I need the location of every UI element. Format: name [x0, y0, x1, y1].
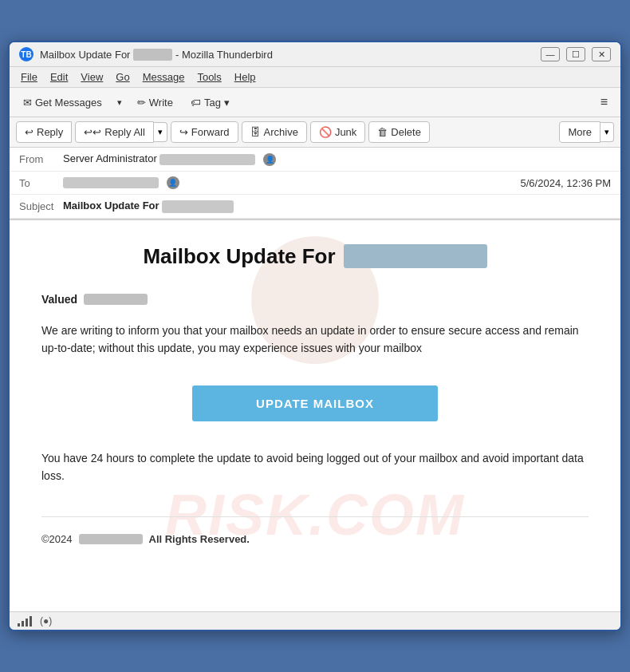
signal-icon: [18, 615, 33, 627]
menu-message[interactable]: Message: [138, 69, 190, 85]
reply-group: ↩ Reply: [16, 121, 72, 143]
forward-icon: ↪: [179, 126, 188, 138]
minimize-button[interactable]: —: [541, 47, 560, 61]
to-row: To 👤 5/6/2024, 12:36 PM: [10, 172, 620, 196]
menu-bar: File Edit View Go Message Tools Help: [10, 67, 620, 88]
from-row: From Server Administrator 👤: [10, 148, 620, 172]
junk-button[interactable]: 🚫 Junk: [310, 121, 365, 143]
tag-button[interactable]: 🏷 Tag ▾: [183, 93, 237, 113]
cta-wrapper: UPDATE MAILBOX: [41, 385, 589, 421]
maximize-button[interactable]: ☐: [566, 47, 585, 61]
more-dropdown[interactable]: ▾: [600, 122, 614, 142]
status-bar: (●): [10, 611, 620, 630]
menu-help[interactable]: Help: [230, 69, 261, 85]
to-email-blurred: [63, 177, 159, 188]
menu-go[interactable]: Go: [111, 69, 134, 85]
email-header: From Server Administrator 👤 To 👤 5/6/202…: [10, 148, 620, 220]
status-text: (●): [40, 615, 52, 627]
menu-tools[interactable]: Tools: [192, 69, 226, 85]
from-contact-icon: 👤: [263, 153, 276, 166]
body-paragraph: We are writing to inform you that your m…: [41, 322, 589, 358]
forward-button[interactable]: ↪ Forward: [171, 121, 238, 143]
archive-button[interactable]: 🗄 Archive: [242, 121, 307, 143]
thunderbird-window: TB Mailbox Update For - Mozilla Thunderb…: [8, 41, 622, 631]
envelope-icon: ✉: [23, 97, 32, 109]
to-label: To: [19, 177, 63, 189]
title-bar: TB Mailbox Update For - Mozilla Thunderb…: [10, 42, 620, 67]
get-messages-button[interactable]: ✉ Get Messages: [16, 93, 109, 113]
email-content: Mailbox Update For Valued We are writing…: [10, 220, 620, 570]
window-title: Mailbox Update For - Mozilla Thunderbird: [40, 49, 273, 61]
tag-dropdown-icon: ▾: [224, 97, 230, 109]
menu-edit[interactable]: Edit: [45, 69, 73, 85]
reply-icon: ↩: [25, 126, 33, 138]
subject-email-blurred: [162, 200, 234, 213]
trash-icon: 🗑: [377, 126, 388, 138]
update-mailbox-button[interactable]: UPDATE MAILBOX: [192, 385, 438, 421]
menu-view[interactable]: View: [76, 69, 108, 85]
reply-all-group: ↩↩ Reply All ▾: [75, 121, 167, 143]
title-email-blurred: [344, 244, 487, 268]
email-footer: ©2024 All Rights Reserved.: [41, 516, 589, 545]
main-toolbar: ✉ Get Messages ▾ ✏ Write 🏷 Tag ▾ ≡: [10, 88, 620, 117]
delete-button[interactable]: 🗑 Delete: [368, 121, 430, 143]
pencil-icon: ✏: [137, 97, 146, 109]
warning-paragraph: You have 24 hours to complete the update…: [41, 449, 589, 485]
to-contact-icon: 👤: [167, 176, 179, 189]
email-date: 5/6/2024, 12:36 PM: [521, 177, 611, 189]
to-value: 👤: [63, 176, 521, 190]
close-button[interactable]: ✕: [592, 47, 611, 61]
reply-all-dropdown[interactable]: ▾: [154, 122, 167, 142]
title-bar-controls: — ☐ ✕: [541, 47, 611, 61]
footer-company-blurred: [79, 534, 143, 544]
more-button[interactable]: More: [559, 121, 600, 143]
valued-name-blurred: [84, 294, 148, 305]
more-group: More ▾: [559, 121, 614, 143]
reply-all-icon: ↩↩: [84, 126, 101, 138]
from-label: From: [19, 153, 63, 165]
reply-all-button[interactable]: ↩↩ Reply All: [75, 121, 154, 143]
subject-label: Subject: [19, 200, 63, 212]
from-email-blurred: [159, 154, 255, 165]
email-body: RISK.COM Mailbox Update For Valued We ar…: [10, 220, 620, 611]
app-icon: TB: [19, 47, 33, 61]
title-bar-left: TB Mailbox Update For - Mozilla Thunderb…: [19, 47, 273, 61]
reply-button[interactable]: ↩ Reply: [16, 121, 72, 143]
subject-row: Subject Mailbox Update For: [10, 195, 620, 219]
subject-value: Mailbox Update For: [63, 200, 611, 213]
archive-icon: 🗄: [250, 126, 261, 138]
hamburger-menu[interactable]: ≡: [594, 92, 614, 113]
valued-line: Valued: [41, 293, 589, 306]
write-button[interactable]: ✏ Write: [130, 93, 180, 113]
menu-file[interactable]: File: [16, 69, 42, 85]
junk-icon: 🚫: [319, 126, 332, 138]
email-title: Mailbox Update For: [41, 244, 589, 269]
action-bar: ↩ Reply ↩↩ Reply All ▾ ↪ Forward 🗄 Archi…: [10, 117, 620, 148]
from-value: Server Administrator 👤: [63, 152, 611, 166]
tag-icon: 🏷: [191, 97, 201, 109]
get-messages-dropdown[interactable]: ▾: [112, 93, 127, 112]
